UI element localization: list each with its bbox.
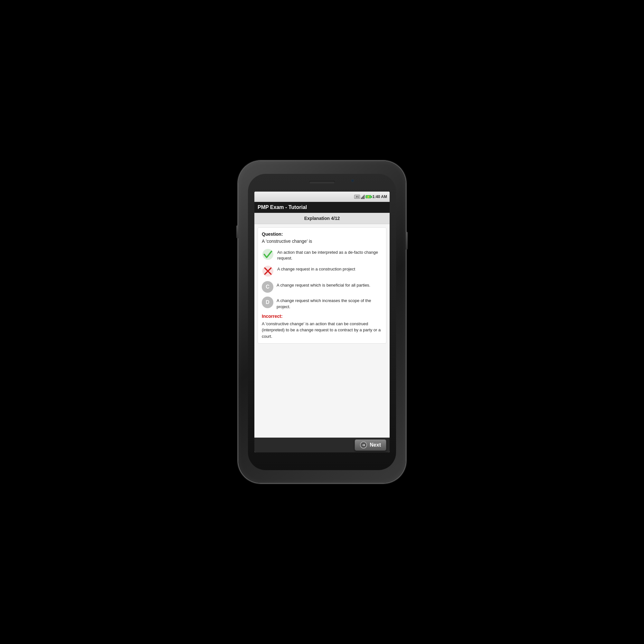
next-button[interactable]: ➜ Next [355, 439, 386, 451]
answer-row-d: D A change request which increases the s… [262, 297, 382, 309]
next-arrow-icon: ➜ [360, 441, 367, 449]
volume-button[interactable] [236, 225, 238, 238]
status-bar: 3G ⚡ 1:40 AM [254, 192, 390, 202]
app-title: PMP Exam - Tutorial [258, 204, 307, 210]
camera [351, 179, 354, 182]
question-label: Question: [262, 232, 382, 237]
network-icon: 3G [354, 195, 360, 199]
question-text: A 'constructive change' is [262, 239, 382, 244]
app-bar: PMP Exam - Tutorial [254, 202, 390, 213]
answer-text-a: An action that can be interpreted as a d… [277, 248, 382, 261]
answer-text-b: A change request in a construction proje… [277, 265, 355, 272]
explanation-label: Explanation 4/12 [304, 216, 340, 221]
question-card: Question: A 'constructive change' is An … [258, 227, 386, 344]
answer-text-d: A change request which increases the sco… [277, 297, 382, 309]
answer-row-b: A change request in a construction proje… [262, 265, 382, 277]
status-time: 1:40 AM [372, 194, 387, 199]
answer-row-a: An action that can be interpreted as a d… [262, 248, 382, 261]
status-icons: 3G ⚡ 1:40 AM [354, 194, 387, 199]
bottom-bar: ➜ Next [254, 438, 390, 452]
phone-frame: 3G ⚡ 1:40 AM PMP Exam - Tutorial [238, 161, 406, 483]
explanation-text: A 'constructive change' is an action tha… [262, 321, 382, 340]
content-area: Question: A 'constructive change' is An … [254, 224, 390, 438]
next-label: Next [370, 442, 381, 448]
speaker [309, 181, 335, 184]
battery-icon: ⚡ [365, 195, 371, 198]
answer-icon-incorrect [262, 265, 274, 277]
signal-icon [361, 194, 365, 199]
result-label: Incorrect: [262, 314, 382, 319]
answer-row-c: C A change request which is beneficial f… [262, 281, 382, 293]
screen: 3G ⚡ 1:40 AM PMP Exam - Tutorial [254, 192, 390, 452]
power-button[interactable] [406, 232, 408, 250]
answer-icon-correct [262, 248, 274, 260]
answer-icon-c: C [262, 281, 273, 293]
sub-header: Explanation 4/12 [254, 213, 390, 224]
answer-text-c: A change request which is beneficial for… [277, 281, 370, 288]
answer-icon-d: D [262, 297, 273, 308]
phone-inner: 3G ⚡ 1:40 AM PMP Exam - Tutorial [248, 174, 396, 470]
